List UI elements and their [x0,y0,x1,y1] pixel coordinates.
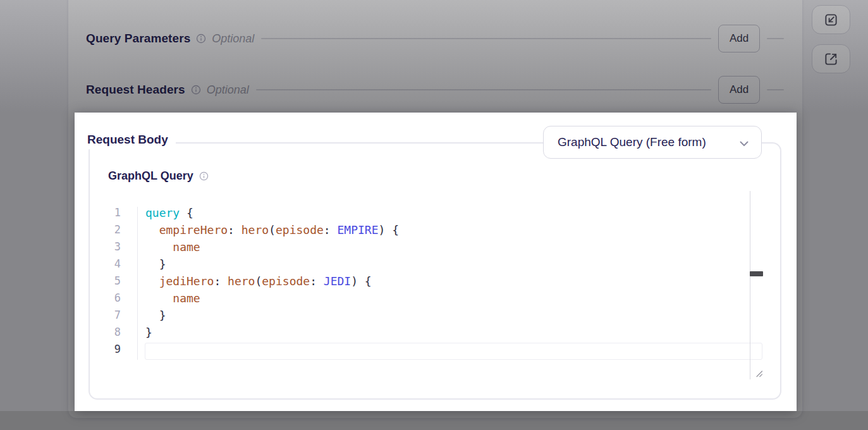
editor-scrollbar-thumb[interactable] [750,271,763,276]
graphql-query-label: GraphQL Query [108,169,193,183]
code-line: } [145,309,399,326]
token-property: episode [262,274,310,288]
token-property: name [173,240,200,254]
code-line: query { [145,206,399,223]
token-punctuation [145,223,159,236]
token-punctuation: : [214,274,228,288]
line-number: 6 [92,292,121,309]
editor-right-border [750,191,750,379]
token-punctuation: ) { [351,274,372,288]
line-number: 1 [92,206,121,223]
body-type-select-value: GraphQL Query (Free form) [558,135,706,149]
graphql-query-label-row: GraphQL Query [108,169,209,183]
token-property: jediHero [159,274,214,288]
chevron-down-icon [740,141,749,147]
token-keyword: query [145,206,180,219]
code-line: jediHero: hero(episode: JEDI) { [145,274,399,292]
line-number: 5 [92,274,121,292]
token-property: episode [276,223,324,236]
code-line: name [145,240,399,257]
code-lines[interactable]: query { empireHero: hero(episode: EMPIRE… [145,206,399,360]
modal-overlay[interactable] [0,411,868,430]
token-punctuation: { [180,206,193,219]
code-line: name [145,292,399,309]
line-number: 4 [92,257,121,274]
token-punctuation: } [145,309,166,322]
modal-overlay[interactable] [0,113,75,411]
line-number: 8 [92,326,121,343]
token-punctuation: : [228,223,241,236]
token-punctuation [145,292,173,305]
token-property: name [173,292,200,305]
code-line: empireHero: hero(episode: EMPIRE) { [145,223,399,240]
token-punctuation: ( [269,223,276,236]
line-number: 7 [92,309,121,326]
token-property: empireHero [159,223,228,236]
token-punctuation [145,274,159,288]
token-punctuation: } [145,326,152,339]
token-punctuation: : [324,223,338,236]
token-property: hero [228,274,255,288]
token-punctuation: ) { [379,223,400,236]
code-gutter: 123456789 [92,206,121,360]
code-line [145,343,399,360]
token-property: hero [241,223,269,236]
gutter-divider [137,207,138,360]
request-body-title: Request Body [80,130,176,149]
resize-handle-icon[interactable] [754,368,764,378]
token-punctuation [145,240,173,254]
modal-overlay[interactable] [0,0,868,113]
line-number: 9 [92,343,121,360]
token-enum: JEDI [324,274,351,288]
code-line: } [145,326,399,343]
token-enum: EMPIRE [338,223,379,236]
line-number: 3 [92,240,121,257]
token-punctuation: ( [255,274,262,288]
token-punctuation: : [310,274,324,288]
code-line: } [145,257,399,274]
request-body-section: Request Body GraphQL Query (Free form) G… [75,113,797,411]
body-type-select[interactable]: GraphQL Query (Free form) [543,126,762,159]
line-number: 2 [92,223,121,240]
modal-overlay[interactable] [797,113,868,411]
info-icon[interactable] [199,171,209,181]
token-punctuation: } [145,257,166,271]
